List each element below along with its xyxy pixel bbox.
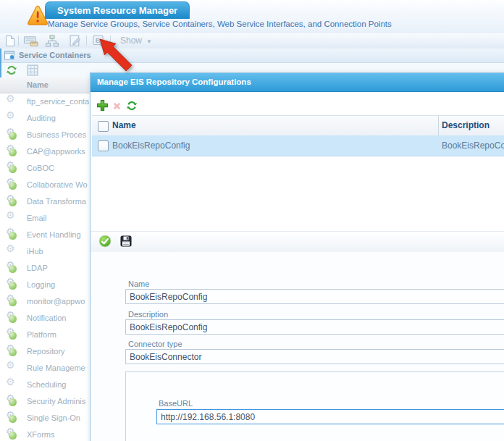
dialog-title: Manage EIS Repository Configurations bbox=[91, 73, 504, 92]
refresh-icon[interactable] bbox=[6, 64, 17, 76]
details-toolbar bbox=[91, 231, 504, 253]
service-status-icon: ⚙ bbox=[6, 362, 17, 374]
list-item[interactable]: ⚙Platform bbox=[0, 327, 90, 343]
list-item[interactable]: ⚙Security Adminis bbox=[0, 393, 90, 410]
list-item-label: Single Sign-On bbox=[27, 413, 80, 422]
show-dropdown[interactable]: Show▼ bbox=[120, 33, 152, 49]
list-item[interactable]: ⚙Scheduling bbox=[0, 377, 90, 393]
service-status-icon: ⚙ bbox=[6, 379, 17, 390]
field-label: BaseURL bbox=[159, 399, 193, 408]
list-item[interactable]: ⚙Collaborative Wo bbox=[0, 177, 90, 193]
list-item[interactable]: ⚙Notification bbox=[0, 310, 90, 327]
manage-eis-repository-configurations-dialog: Manage EIS Repository Configurations Nam… bbox=[90, 72, 504, 441]
list-item-label: Collaborative Wo bbox=[27, 180, 88, 189]
list-item[interactable]: ⚙Logging bbox=[0, 277, 90, 293]
list-item-label: Email bbox=[27, 214, 47, 222]
service-status-icon: ⚙ bbox=[6, 112, 17, 124]
list-item-label: Platform bbox=[27, 330, 56, 339]
service-status-icon: ⚙ bbox=[6, 96, 17, 107]
list-item-label: Event Handling bbox=[27, 230, 81, 239]
service-status-icon: ⚙ bbox=[6, 395, 17, 407]
list-item[interactable]: ⚙CAP@appworks bbox=[0, 143, 90, 160]
save-icon[interactable] bbox=[120, 235, 132, 247]
list-item-label: Security Adminis bbox=[27, 397, 85, 406]
app-tab[interactable]: System Resource Manager bbox=[45, 1, 190, 19]
service-status-icon: ⚙ bbox=[6, 345, 17, 357]
column-header-name[interactable]: Name bbox=[112, 116, 136, 135]
list-item-label: CoBOC bbox=[27, 164, 54, 172]
list-item-label: Rule Manageme bbox=[27, 364, 85, 372]
list-item[interactable]: ⚙iHub bbox=[0, 243, 90, 260]
list-item-label: ftp_service_conta bbox=[27, 97, 89, 106]
list-item[interactable]: ⚙monitor@appwo bbox=[0, 293, 90, 310]
service-status-icon: ⚙ bbox=[6, 429, 17, 440]
list-item[interactable]: ⚙CoBOC bbox=[0, 160, 90, 177]
name-field[interactable] bbox=[125, 289, 504, 304]
service-group-icon[interactable] bbox=[23, 35, 39, 47]
service-containers-icon bbox=[4, 50, 16, 61]
field-label: Connector type bbox=[128, 340, 182, 348]
row-checkbox[interactable] bbox=[98, 140, 109, 151]
new-document-icon[interactable] bbox=[3, 35, 17, 47]
cell-description: BookEisRepoConfig bbox=[442, 135, 504, 156]
list-item-label: iHub bbox=[27, 247, 43, 256]
list-item-label: Repository bbox=[27, 347, 65, 356]
list-item-label: monitor@appwo bbox=[27, 297, 85, 306]
service-status-icon: ⚙ bbox=[6, 162, 17, 174]
svg-text:B: B bbox=[96, 36, 101, 44]
service-status-icon: ⚙ bbox=[6, 179, 17, 190]
separator bbox=[18, 35, 19, 46]
app-subtitle: Manage Service Groups, Service Container… bbox=[48, 20, 392, 28]
list-item[interactable]: ⚙Repository bbox=[0, 343, 90, 360]
list-item-label: Notification bbox=[27, 314, 66, 322]
list-item-label: Logging bbox=[27, 280, 55, 289]
table-row[interactable]: BookEisRepoConfig BookEisRepoConfig bbox=[92, 135, 504, 156]
service-status-icon: ⚙ bbox=[6, 196, 17, 207]
list-item[interactable]: ⚙XForms bbox=[0, 427, 90, 441]
list-item[interactable]: ⚙ftp_service_conta bbox=[0, 93, 90, 110]
chevron-down-icon: ▼ bbox=[146, 38, 152, 45]
list-item[interactable]: ⚙Business Proces bbox=[0, 127, 90, 143]
eis-repository-config-icon[interactable]: B bbox=[91, 35, 106, 47]
list-item[interactable]: ⚙Auditing bbox=[0, 110, 90, 127]
service-status-icon: ⚙ bbox=[6, 295, 17, 307]
select-all-checkbox[interactable] bbox=[98, 121, 109, 132]
table-header-row: Name Description bbox=[92, 115, 504, 136]
list-item-label: Scheduling bbox=[27, 380, 66, 389]
cell-name: BookEisRepoConfig bbox=[112, 135, 190, 156]
refresh-icon[interactable] bbox=[126, 100, 138, 112]
service-status-icon: ⚙ bbox=[6, 329, 17, 340]
list-item[interactable]: ⚙Data Transforma bbox=[0, 193, 90, 210]
list-item-label: CAP@appworks bbox=[27, 147, 85, 156]
list-item[interactable]: ⚙Rule Manageme bbox=[0, 360, 90, 377]
column-header-description[interactable]: Description bbox=[442, 116, 490, 135]
grid-view-icon[interactable] bbox=[27, 64, 38, 76]
list-item[interactable]: ⚙LDAP bbox=[0, 260, 90, 277]
list-item[interactable]: ⚙Single Sign-On bbox=[0, 410, 90, 427]
show-label: Show bbox=[120, 35, 142, 46]
field-label: Name bbox=[128, 280, 149, 288]
field-label: Description bbox=[128, 310, 168, 319]
service-status-icon: ⚙ bbox=[6, 245, 17, 257]
list-item[interactable]: ⚙Event Handling bbox=[0, 227, 90, 243]
baseurl-field[interactable] bbox=[156, 409, 504, 424]
service-status-icon: ⚙ bbox=[6, 262, 17, 274]
service-status-icon: ⚙ bbox=[6, 312, 17, 324]
list-item[interactable]: ⚙Email bbox=[0, 210, 90, 227]
app-title: System Resource Manager bbox=[57, 5, 177, 16]
column-header-name[interactable]: Name bbox=[0, 77, 90, 93]
service-containers-list: Name ⚙ftp_service_conta ⚙Auditing ⚙Busin… bbox=[0, 77, 91, 441]
delete-icon[interactable] bbox=[112, 101, 122, 111]
panel-title: Service Containers bbox=[19, 49, 91, 62]
description-field[interactable] bbox=[125, 319, 504, 335]
list-item-label: Business Proces bbox=[27, 130, 86, 139]
add-icon[interactable] bbox=[96, 99, 109, 112]
service-status-icon: ⚙ bbox=[6, 279, 17, 290]
main-toolbar: B Show▼ bbox=[0, 33, 504, 49]
edit-document-icon[interactable] bbox=[68, 35, 83, 47]
hierarchy-icon[interactable] bbox=[45, 35, 59, 47]
connector-type-field[interactable] bbox=[125, 349, 504, 364]
check-circle-icon[interactable] bbox=[98, 235, 112, 248]
separator bbox=[86, 35, 87, 46]
list-item-label: LDAP bbox=[27, 264, 48, 272]
